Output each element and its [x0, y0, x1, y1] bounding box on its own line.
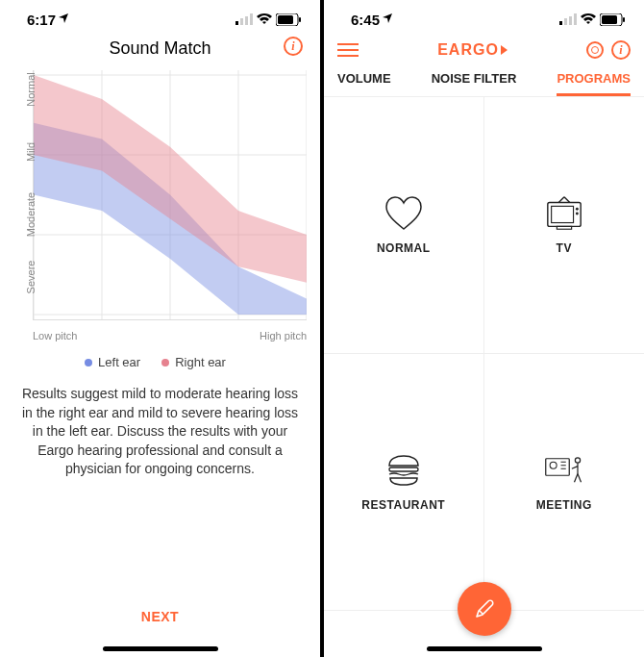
- program-normal[interactable]: NORMAL: [324, 97, 484, 354]
- menu-button[interactable]: [337, 43, 359, 57]
- legend-right-label: Right ear: [175, 355, 226, 369]
- tab-volume[interactable]: VOLUME: [337, 71, 391, 96]
- presentation-icon: [544, 452, 584, 489]
- info-button[interactable]: i: [284, 37, 303, 56]
- y-label: Severe: [25, 248, 37, 306]
- page-title: Sound Match: [0, 38, 320, 59]
- x-axis-labels: Low pitch High pitch: [33, 330, 307, 341]
- swatch-red: [161, 359, 169, 366]
- svg-rect-21: [602, 15, 617, 24]
- x-label-high: High pitch: [260, 330, 307, 341]
- svg-rect-5: [278, 15, 293, 24]
- brand-text: EARGO: [437, 41, 499, 59]
- chart-plot: [33, 70, 307, 320]
- svg-point-25: [576, 208, 579, 211]
- phone-programs: 6:45 EARGO i VOLUME NOISE FILTER PROGRA: [324, 0, 644, 657]
- svg-rect-28: [389, 467, 418, 471]
- brand-logo: EARGO: [437, 41, 508, 59]
- y-axis-labels: NormalMildModerateSevere: [4, 70, 33, 320]
- next-button[interactable]: NEXT: [0, 609, 320, 624]
- page-header: Sound Match i: [0, 31, 320, 70]
- svg-rect-16: [559, 21, 562, 25]
- programs-grid: NORMAL TV RESTAURANT MEETING: [324, 97, 644, 611]
- svg-point-26: [576, 213, 579, 215]
- svg-rect-3: [250, 13, 253, 25]
- svg-rect-19: [574, 13, 577, 25]
- status-time: 6:17: [27, 12, 56, 28]
- cellular-icon: [559, 13, 577, 25]
- brand-arrow-icon: [501, 45, 508, 55]
- program-tv-label: TV: [557, 241, 572, 255]
- y-label: Normal: [25, 61, 37, 118]
- status-time: 6:45: [351, 12, 380, 28]
- program-meeting[interactable]: MEETING: [484, 354, 645, 611]
- svg-rect-18: [569, 16, 572, 25]
- wifi-icon: [581, 13, 596, 25]
- svg-rect-0: [235, 21, 238, 25]
- status-icons: [559, 13, 625, 26]
- battery-icon: [276, 13, 301, 26]
- home-indicator[interactable]: [427, 646, 542, 651]
- heart-icon: [384, 195, 424, 232]
- info-icon: i: [284, 37, 303, 56]
- svg-point-30: [550, 462, 557, 468]
- audiogram-chart: NormalMildModerateSevere Low pitch High …: [0, 70, 320, 369]
- tab-bar: VOLUME NOISE FILTER PROGRAMS: [324, 65, 644, 97]
- svg-rect-17: [564, 18, 567, 25]
- battery-icon: [600, 13, 625, 26]
- live-listen-icon[interactable]: [586, 41, 604, 59]
- tab-noise-filter[interactable]: NOISE FILTER: [432, 71, 517, 96]
- status-bar: 6:17: [0, 0, 320, 31]
- phone-sound-match: 6:17 Sound Match i NormalMildModerateSev…: [0, 0, 320, 657]
- svg-rect-27: [557, 226, 571, 229]
- svg-point-31: [575, 458, 580, 463]
- home-indicator[interactable]: [103, 646, 218, 651]
- program-restaurant-label: RESTAURANT: [361, 498, 445, 512]
- wifi-icon: [257, 13, 272, 25]
- legend-left-ear: Left ear: [85, 355, 140, 369]
- program-restaurant[interactable]: RESTAURANT: [324, 354, 484, 611]
- tv-icon: [544, 195, 584, 232]
- tab-programs[interactable]: PROGRAMS: [557, 71, 631, 96]
- location-icon: [383, 13, 392, 26]
- swatch-blue: [85, 359, 92, 366]
- location-icon: [59, 13, 68, 26]
- legend: Left ear Right ear: [4, 355, 307, 369]
- status-bar: 6:45: [324, 0, 644, 31]
- x-label-low: Low pitch: [33, 330, 77, 341]
- svg-rect-29: [546, 459, 570, 476]
- cellular-icon: [235, 13, 253, 25]
- program-meeting-label: MEETING: [536, 498, 592, 512]
- program-tv[interactable]: TV: [484, 97, 645, 354]
- svg-rect-6: [299, 17, 301, 22]
- legend-left-label: Left ear: [98, 355, 140, 369]
- svg-rect-24: [551, 206, 573, 222]
- burger-icon: [384, 452, 424, 489]
- legend-right-ear: Right ear: [161, 355, 226, 369]
- status-icons: [235, 13, 301, 26]
- info-icon[interactable]: i: [611, 40, 631, 60]
- program-normal-label: NORMAL: [377, 241, 431, 255]
- y-label: Moderate: [25, 186, 37, 243]
- results-text: Results suggest mild to moderate hearing…: [0, 369, 320, 479]
- y-label: Mild: [25, 123, 37, 181]
- svg-rect-22: [623, 17, 625, 22]
- svg-rect-2: [245, 16, 248, 25]
- edit-fab[interactable]: [458, 582, 511, 636]
- svg-rect-1: [240, 18, 243, 25]
- app-header: EARGO i: [324, 31, 644, 65]
- pencil-icon: [474, 598, 495, 619]
